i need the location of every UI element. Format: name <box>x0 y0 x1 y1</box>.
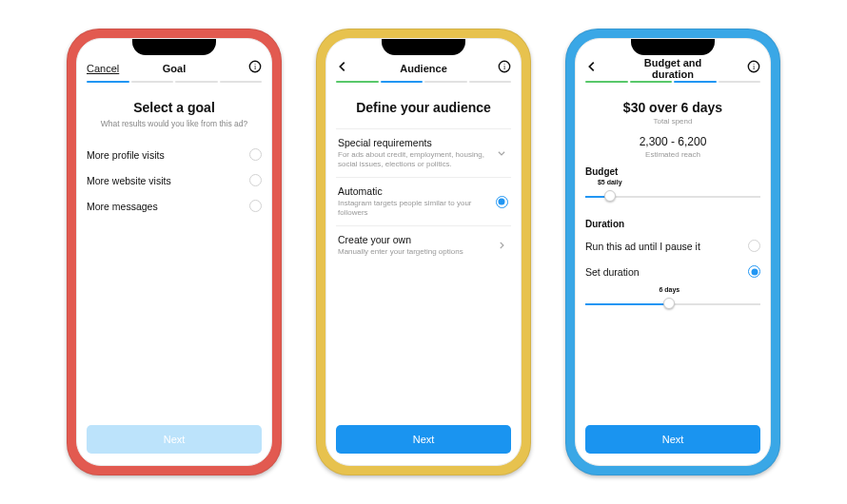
duration-slider[interactable]: 6 days <box>585 294 760 319</box>
budget-label: Budget <box>585 166 760 177</box>
next-button[interactable]: Next <box>87 425 262 454</box>
phone-budget: Budget and duration i $30 over 6 days To… <box>565 29 780 475</box>
back-button[interactable] <box>336 60 349 77</box>
heading: Define your audience <box>336 100 511 115</box>
goal-option-label: More website visits <box>87 175 171 186</box>
footer-budget: Next <box>576 417 770 465</box>
row-desc: Manually enter your targeting options <box>338 247 494 257</box>
duration-option-pause[interactable]: Run this ad until I pause it <box>585 233 760 259</box>
footer-goal: Next <box>77 417 271 465</box>
budget-slider-value: $5 daily <box>598 179 622 185</box>
radio-icon <box>494 196 509 208</box>
content-goal: Select a goal What results would you lik… <box>77 88 271 417</box>
duration-option-set[interactable]: Set duration <box>585 259 760 284</box>
svg-text:i: i <box>503 63 506 71</box>
progress-goal <box>77 81 271 88</box>
goal-option-profile-visits[interactable]: More profile visits <box>87 142 262 167</box>
content-audience: Define your audience Special requirement… <box>326 88 521 417</box>
radio-icon <box>249 200 262 212</box>
next-button[interactable]: Next <box>336 425 511 454</box>
estimated-reach-label: Estimated reach <box>585 150 760 159</box>
goal-option-label: More messages <box>87 201 158 212</box>
audience-row-automatic[interactable]: Automatic Instagram targets people simil… <box>336 177 511 225</box>
duration-slider-value: 6 days <box>659 286 680 293</box>
info-icon[interactable]: i <box>747 60 760 77</box>
total-spend-label: Total spend <box>585 117 760 126</box>
chevron-right-icon <box>494 241 509 250</box>
screen-goal: Cancel Goal i Select a goal What results… <box>76 38 272 466</box>
page-title: Budget and duration <box>627 57 719 80</box>
screen-budget: Budget and duration i $30 over 6 days To… <box>575 38 771 466</box>
radio-icon <box>249 174 262 186</box>
goal-option-messages[interactable]: More messages <box>87 193 262 219</box>
screen-audience: Audience i Define your audience Special … <box>325 38 522 466</box>
slider-thumb[interactable] <box>604 190 616 202</box>
back-button[interactable] <box>585 60 599 77</box>
radio-icon <box>249 148 262 161</box>
heading: $30 over 6 days <box>585 100 760 115</box>
notch <box>132 38 216 55</box>
row-desc: Instagram targets people similar to your… <box>338 199 494 218</box>
row-desc: For ads about credit, employment, housin… <box>338 150 494 169</box>
row-title: Special requirements <box>338 137 494 148</box>
goal-option-website-visits[interactable]: More website visits <box>87 167 262 193</box>
phone-goal: Cancel Goal i Select a goal What results… <box>67 29 282 475</box>
goal-options: More profile visits More website visits … <box>87 142 262 219</box>
subheading: What results would you like from this ad… <box>87 119 262 128</box>
page-title: Goal <box>128 63 220 74</box>
budget-slider[interactable]: $5 daily <box>585 186 760 211</box>
next-button[interactable]: Next <box>585 425 760 454</box>
notch <box>631 38 715 55</box>
row-title: Create your own <box>338 234 494 245</box>
info-icon[interactable]: i <box>498 60 511 77</box>
progress-audience <box>326 81 521 88</box>
progress-budget <box>576 81 770 88</box>
audience-row-special[interactable]: Special requirements For ads about credi… <box>336 128 511 177</box>
heading: Select a goal <box>87 100 262 115</box>
option-label: Set duration <box>585 266 640 278</box>
cancel-button[interactable]: Cancel <box>87 63 119 74</box>
slider-thumb[interactable] <box>663 298 675 309</box>
option-label: Run this ad until I pause it <box>585 241 700 252</box>
content-budget: $30 over 6 days Total spend 2,300 - 6,20… <box>576 88 770 417</box>
info-icon[interactable]: i <box>248 60 262 77</box>
duration-label: Duration <box>585 219 760 229</box>
goal-option-label: More profile visits <box>87 149 165 161</box>
svg-text:i: i <box>753 63 756 71</box>
row-title: Automatic <box>338 185 494 197</box>
estimated-reach: 2,300 - 6,200 <box>585 135 760 148</box>
radio-icon <box>748 240 760 252</box>
audience-row-create-own[interactable]: Create your own Manually enter your targ… <box>336 225 511 264</box>
page-title: Audience <box>378 63 469 74</box>
svg-text:i: i <box>254 63 257 71</box>
phone-audience: Audience i Define your audience Special … <box>316 29 531 475</box>
radio-icon <box>748 265 760 278</box>
chevron-down-icon <box>494 148 509 158</box>
notch <box>382 38 465 55</box>
footer-audience: Next <box>326 417 521 465</box>
